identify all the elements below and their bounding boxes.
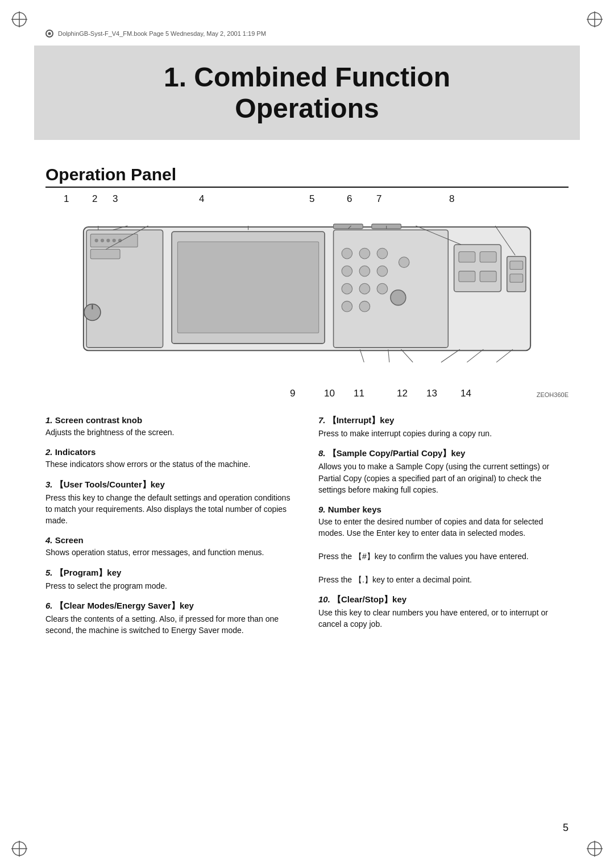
item-7-title: 7. 【Interrupt】key	[318, 415, 569, 426]
svg-line-61	[467, 349, 483, 362]
item-9-title: 9. Number keys	[318, 505, 569, 514]
svg-point-18	[113, 239, 116, 242]
corner-mark-tr	[586, 10, 604, 28]
item-8-title: 8. 【Sample Copy/Partial Copy】key	[318, 448, 569, 459]
label-12: 12	[397, 388, 408, 399]
item-1-body: Adjusts the brightness of the screen.	[45, 427, 296, 438]
item-3: 3. 【User Tools/Counter】key Press this ke…	[45, 480, 296, 527]
label-2: 2	[92, 193, 97, 205]
label-6: 6	[347, 193, 352, 205]
meta-dot	[45, 30, 53, 38]
item-5-title: 5. 【Program】key	[45, 568, 296, 578]
item-2: 2. Indicators These indicators show erro…	[45, 447, 296, 470]
corner-mark-tl	[10, 10, 28, 28]
svg-line-58	[388, 349, 389, 362]
label-11: 11	[354, 388, 364, 399]
svg-point-29	[342, 266, 352, 276]
svg-point-33	[359, 283, 370, 294]
section-heading: Operation Panel	[45, 165, 569, 188]
item-7: 7. 【Interrupt】key Press to make interrup…	[318, 415, 569, 439]
item-3-title: 3. 【User Tools/Counter】key	[45, 480, 296, 490]
item-6-title: 6. 【Clear Modes/Energy Saver】key	[45, 601, 296, 611]
chapter-header: 1. Combined Function Operations	[34, 46, 580, 140]
item-6-body: Clears the contents of a setting. Also, …	[45, 613, 296, 636]
svg-point-37	[391, 290, 406, 305]
svg-point-32	[342, 283, 352, 294]
item-3-body: Press this key to change the default set…	[45, 492, 296, 527]
corner-mark-bl	[10, 840, 28, 858]
copier-diagram	[45, 209, 569, 380]
content-area: 1. Screen contrast knob Adjusts the brig…	[45, 415, 569, 646]
svg-rect-44	[459, 271, 475, 282]
svg-rect-48	[510, 274, 523, 282]
svg-line-57	[360, 349, 364, 362]
svg-point-16	[101, 239, 104, 242]
svg-rect-39	[334, 224, 363, 229]
item-4: 4. Screen Shows operation status, error …	[45, 535, 296, 558]
label-9: 9	[290, 388, 295, 399]
item-2-title: 2. Indicators	[45, 447, 296, 457]
item-1-title: 1. Screen contrast knob	[45, 415, 296, 425]
svg-rect-22	[177, 242, 318, 333]
item-8-body: Allows you to make a Sample Copy (using …	[318, 461, 569, 495]
svg-rect-20	[90, 249, 120, 259]
col-right: 7. 【Interrupt】key Press to make interrup…	[318, 415, 569, 646]
label-4: 4	[199, 193, 204, 205]
svg-point-30	[359, 266, 370, 276]
item-5-body: Press to select the program mode.	[45, 580, 296, 592]
item-1: 1. Screen contrast knob Adjusts the brig…	[45, 415, 296, 438]
item-4-title: 4. Screen	[45, 535, 296, 545]
svg-rect-42	[459, 251, 475, 262]
item-10-title: 10. 【Clear/Stop】key	[318, 594, 569, 605]
svg-point-31	[377, 266, 388, 276]
svg-point-36	[359, 301, 370, 312]
page-number: 5	[563, 822, 569, 834]
svg-point-15	[95, 239, 98, 242]
svg-point-34	[377, 283, 388, 294]
item-10: 10. 【Clear/Stop】key Use this key to clea…	[318, 594, 569, 630]
item-5: 5. 【Program】key Press to select the prog…	[45, 568, 296, 592]
meta-text: DolphinGB-Syst-F_V4_FM.book Page 5 Wedne…	[58, 30, 266, 37]
label-1: 1	[64, 193, 69, 205]
top-labels: 1 2 3 4 5 6 7 8	[45, 193, 569, 209]
svg-point-38	[399, 257, 409, 268]
chapter-title: 1. Combined Function Operations	[45, 61, 569, 124]
svg-rect-45	[480, 271, 496, 282]
svg-point-27	[359, 248, 370, 259]
zcode: ZEOH360E	[537, 391, 569, 398]
label-7: 7	[376, 193, 381, 205]
svg-point-35	[342, 301, 352, 312]
item-9: 9. Number keys Use to enter the desired …	[318, 505, 569, 585]
svg-line-59	[401, 349, 413, 362]
item-6: 6. 【Clear Modes/Energy Saver】key Clears …	[45, 601, 296, 636]
svg-point-17	[106, 239, 110, 242]
label-3: 3	[113, 193, 118, 205]
item-7-body: Press to make interrupt copies during a …	[318, 428, 569, 439]
svg-rect-47	[510, 261, 523, 269]
item-2-body: These indicators show errors or the stat…	[45, 458, 296, 470]
item-4-body: Shows operation status, error messages, …	[45, 547, 296, 558]
meta-bar: DolphinGB-Syst-F_V4_FM.book Page 5 Wedne…	[45, 30, 569, 38]
label-14: 14	[460, 388, 471, 399]
corner-mark-br	[586, 840, 604, 858]
svg-rect-13	[86, 230, 163, 348]
col-left: 1. Screen contrast knob Adjusts the brig…	[45, 415, 296, 646]
diagram-area: 1 2 3 4 5 6 7 8	[45, 193, 569, 398]
label-5: 5	[309, 193, 314, 205]
item-8: 8. 【Sample Copy/Partial Copy】key Allows …	[318, 448, 569, 495]
label-13: 13	[426, 388, 437, 399]
svg-point-28	[377, 248, 388, 259]
item-10-body: Use this key to clear numbers you have e…	[318, 607, 569, 630]
svg-rect-43	[480, 251, 496, 262]
label-10: 10	[324, 388, 335, 399]
svg-line-60	[441, 349, 460, 362]
item-9-body: Use to enter the desired number of copie…	[318, 516, 569, 585]
svg-line-62	[496, 349, 513, 362]
label-8: 8	[449, 193, 454, 205]
svg-point-26	[342, 248, 352, 259]
